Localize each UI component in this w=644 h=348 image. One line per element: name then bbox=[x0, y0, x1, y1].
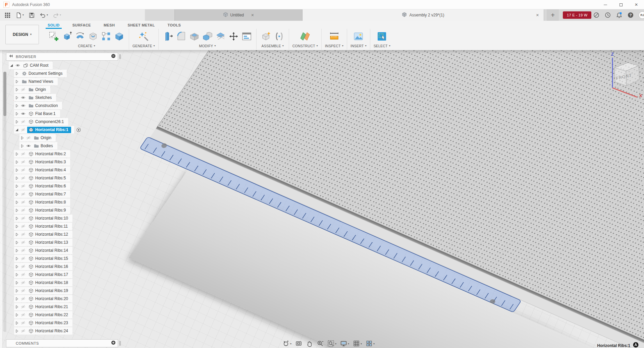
visibility-toggle-icon[interactable] bbox=[20, 280, 26, 285]
chevron-down-icon[interactable]: ▾ bbox=[47, 14, 48, 16]
construction-plane-button[interactable] bbox=[299, 29, 311, 43]
tree-node[interactable]: Horizontal Ribs:11 bbox=[27, 223, 69, 230]
expand-node-icon[interactable] bbox=[15, 184, 19, 188]
rectangular-pattern-button[interactable] bbox=[100, 29, 112, 43]
expand-node-icon[interactable] bbox=[15, 248, 19, 253]
chevron-down-icon[interactable]: ▾ bbox=[373, 343, 375, 345]
visibility-toggle-icon[interactable] bbox=[20, 176, 26, 180]
selected-node[interactable]: Horizontal Ribs:1 bbox=[27, 127, 71, 133]
insert-image-button[interactable] bbox=[352, 29, 365, 43]
chevron-down-icon[interactable]: ▾ bbox=[22, 14, 24, 16]
tree-node[interactable]: Horizontal Ribs:22 bbox=[27, 312, 69, 318]
new-tab-button[interactable]: + bbox=[547, 9, 559, 21]
tree-node[interactable]: Named Views bbox=[20, 78, 55, 85]
tree-node[interactable]: Bodies bbox=[33, 143, 54, 149]
collapse-all-icon[interactable] bbox=[111, 54, 116, 60]
visibility-toggle-icon[interactable] bbox=[20, 256, 26, 261]
expand-node-icon[interactable] bbox=[15, 88, 19, 92]
tree-node[interactable]: Horizontal Ribs:18 bbox=[27, 280, 69, 286]
tree-node[interactable]: Document Settings bbox=[20, 70, 64, 77]
extrude-button[interactable] bbox=[61, 29, 73, 43]
tree-node[interactable]: Horizontal Ribs:12 bbox=[27, 231, 69, 238]
document-tab-assembly[interactable]: Assembly 2 v29*(1) ✕ bbox=[303, 9, 544, 21]
file-new-button[interactable]: ▾ bbox=[14, 11, 25, 19]
new-component-button[interactable] bbox=[260, 29, 272, 43]
visibility-toggle-icon[interactable] bbox=[20, 200, 26, 205]
autodesk-badge-icon[interactable] bbox=[633, 342, 639, 348]
shell-button[interactable] bbox=[188, 29, 201, 43]
expand-node-icon[interactable] bbox=[15, 256, 19, 261]
visibility-toggle-icon[interactable] bbox=[15, 63, 20, 68]
expand-node-icon[interactable] bbox=[15, 273, 19, 277]
visibility-toggle-icon[interactable] bbox=[20, 329, 26, 333]
tree-node[interactable]: Construction bbox=[27, 103, 59, 109]
expand-node-icon[interactable] bbox=[15, 313, 19, 317]
redo-button[interactable]: ▾ bbox=[51, 11, 63, 19]
visibility-toggle-icon[interactable] bbox=[20, 111, 26, 116]
model-viewport[interactable]: Z X FRONT BROWSER CAM RootDocument Setti… bbox=[0, 50, 644, 348]
move-copy-button[interactable] bbox=[227, 29, 240, 43]
tree-node[interactable]: Horizontal Ribs:17 bbox=[27, 272, 69, 278]
tree-node[interactable]: Flat Base:1 bbox=[27, 111, 57, 117]
tree-node[interactable]: Sketches bbox=[27, 95, 53, 101]
visibility-toggle-icon[interactable] bbox=[20, 184, 26, 188]
collapse-node-icon[interactable] bbox=[9, 63, 14, 68]
visibility-toggle-icon[interactable] bbox=[20, 103, 26, 108]
expand-node-icon[interactable] bbox=[15, 160, 19, 164]
pan-button[interactable] bbox=[305, 340, 314, 348]
expand-node-icon[interactable] bbox=[15, 168, 19, 172]
visibility-toggle-icon[interactable] bbox=[20, 216, 26, 221]
expand-node-icon[interactable] bbox=[15, 112, 19, 116]
visibility-toggle-icon[interactable] bbox=[26, 135, 31, 140]
expand-node-icon[interactable] bbox=[15, 208, 19, 213]
expand-node-icon[interactable] bbox=[15, 289, 19, 293]
panel-drag-handle[interactable] bbox=[119, 341, 121, 346]
tree-node[interactable]: Horizontal Ribs:21 bbox=[27, 304, 69, 310]
visibility-toggle-icon[interactable] bbox=[20, 288, 26, 293]
tree-node[interactable]: Horizontal Ribs:7 bbox=[27, 191, 67, 197]
panel-drag-handle[interactable] bbox=[119, 54, 121, 59]
tree-node[interactable]: Horizontal Ribs:6 bbox=[27, 183, 67, 189]
undo-button[interactable]: ▾ bbox=[38, 11, 50, 19]
expand-node-icon[interactable] bbox=[15, 281, 19, 285]
expand-node-icon[interactable] bbox=[15, 104, 19, 108]
group-label-insert[interactable]: INSERT▾ bbox=[351, 44, 367, 48]
close-tab-icon[interactable]: ✕ bbox=[536, 13, 539, 17]
display-settings-button[interactable]: ▾ bbox=[339, 340, 350, 348]
save-button[interactable] bbox=[27, 11, 37, 19]
chevron-down-icon[interactable]: ▾ bbox=[60, 14, 61, 16]
tree-node[interactable]: Horizontal Ribs:20 bbox=[27, 296, 69, 302]
expand-node-icon[interactable] bbox=[15, 321, 19, 325]
visibility-toggle-icon[interactable] bbox=[26, 143, 31, 148]
browser-header[interactable]: BROWSER bbox=[6, 53, 118, 61]
user-avatar[interactable]: RJ bbox=[639, 11, 644, 19]
viewports-button[interactable]: ▾ bbox=[365, 340, 375, 348]
combine-button[interactable] bbox=[201, 29, 214, 43]
tree-node[interactable]: Horizontal Ribs:5 bbox=[27, 175, 67, 181]
maximize-button[interactable] bbox=[613, 0, 629, 9]
expand-node-icon[interactable] bbox=[15, 96, 19, 100]
document-tab-untitled[interactable]: Untitled ✕ bbox=[174, 9, 303, 21]
expand-node-icon[interactable] bbox=[20, 136, 24, 140]
look-at-button[interactable] bbox=[294, 340, 303, 348]
visibility-toggle-icon[interactable] bbox=[20, 248, 26, 253]
group-label-construct[interactable]: CONSTRUCT▾ bbox=[292, 44, 318, 48]
visibility-toggle-icon[interactable] bbox=[20, 304, 26, 309]
extension-usage-badge[interactable]: 17 E - 19 W bbox=[563, 11, 591, 19]
grid-snap-button[interactable]: ▾ bbox=[352, 340, 363, 348]
expand-node-icon[interactable] bbox=[15, 297, 19, 301]
revolve-button[interactable] bbox=[74, 29, 86, 43]
job-status-icon[interactable] bbox=[604, 12, 611, 18]
visibility-toggle-icon[interactable] bbox=[20, 160, 26, 164]
group-label-inspect[interactable]: INSPECT▾ bbox=[325, 44, 343, 48]
chevron-down-icon[interactable]: ▾ bbox=[290, 343, 291, 345]
visibility-toggle-icon[interactable] bbox=[20, 87, 26, 92]
tree-node[interactable]: Horizontal Ribs:16 bbox=[27, 264, 69, 270]
visibility-toggle-icon[interactable] bbox=[20, 95, 26, 100]
visibility-toggle-icon[interactable] bbox=[20, 168, 26, 172]
minimize-button[interactable] bbox=[598, 0, 613, 9]
expand-node-icon[interactable] bbox=[15, 200, 19, 205]
visibility-toggle-icon[interactable] bbox=[20, 296, 26, 301]
collapse-node-icon[interactable] bbox=[15, 128, 19, 132]
tree-node[interactable]: Origin bbox=[27, 86, 47, 93]
